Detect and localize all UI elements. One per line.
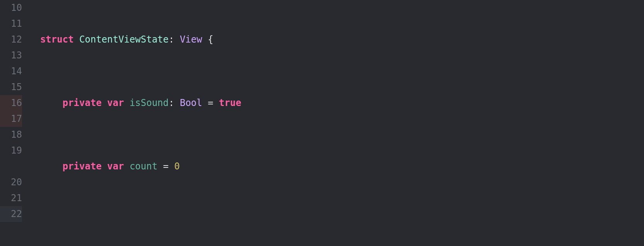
code-line[interactable]: private var isSound: Bool = true: [29, 95, 644, 111]
type-bool: Bool: [180, 95, 202, 111]
line-number: 11: [0, 16, 22, 32]
line-number: 15: [0, 79, 22, 95]
line-number: 13: [0, 48, 22, 63]
bool-literal: true: [219, 95, 241, 111]
protocol-name: View: [180, 32, 202, 48]
line-number: 19: [0, 143, 22, 159]
code-editor[interactable]: 10111213141516171819202122 struct Conten…: [0, 0, 644, 246]
keyword-struct: struct: [40, 32, 74, 48]
type-name: ContentViewState: [79, 32, 169, 48]
keyword-private: private: [63, 95, 102, 111]
line-number: 16: [0, 95, 22, 111]
line-number: 10: [0, 0, 22, 16]
line-gutter: 10111213141516171819202122: [0, 0, 29, 246]
line-number: 12: [0, 32, 22, 48]
line-number: 18: [0, 127, 22, 143]
int-literal: 0: [174, 159, 180, 174]
code-area[interactable]: struct ContentViewState: View { private …: [29, 0, 644, 246]
prop-name: isSound: [129, 95, 169, 111]
code-line[interactable]: private var count = 0: [29, 159, 644, 174]
line-number-continuation: [0, 159, 22, 174]
line-number: 14: [0, 63, 22, 79]
line-number: 21: [0, 190, 22, 206]
keyword-var: var: [107, 95, 124, 111]
line-number: 17: [0, 111, 22, 127]
line-number: 22: [0, 206, 22, 222]
line-number: 20: [0, 174, 22, 190]
code-line[interactable]: [29, 222, 644, 238]
prop-name: count: [129, 159, 157, 174]
code-line[interactable]: struct ContentViewState: View {: [29, 32, 644, 48]
